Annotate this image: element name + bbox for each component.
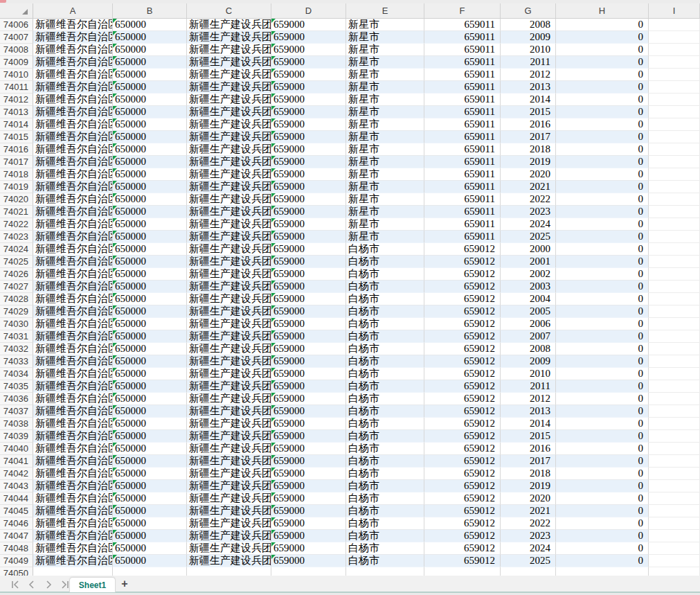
cell-B74032[interactable]: 650000 <box>113 343 187 355</box>
cell-I74008[interactable] <box>649 44 700 56</box>
cell-B74013[interactable]: 650000 <box>113 106 187 118</box>
cell-G74007[interactable]: 2009 <box>501 31 556 44</box>
cell-B74033[interactable]: 650000 <box>113 355 187 368</box>
cell-E74028[interactable]: 白杨市 <box>346 293 424 305</box>
cell-B74015[interactable]: 650000 <box>113 131 187 143</box>
cell-I74037[interactable] <box>649 405 700 418</box>
cell-C74021[interactable]: 新疆生产建设兵团 <box>187 206 271 218</box>
cell-H74041[interactable]: 0 <box>556 455 649 468</box>
cell-D74030[interactable]: 659000 <box>271 318 346 330</box>
cell-H74044[interactable]: 0 <box>556 492 649 505</box>
cell-A74010[interactable]: 新疆维吾尔自治区 <box>33 69 113 81</box>
cell-D74012[interactable]: 659000 <box>271 94 346 106</box>
cell-B74021[interactable]: 650000 <box>113 206 187 218</box>
cell-D74039[interactable]: 659000 <box>271 430 346 443</box>
cell-E74007[interactable]: 新星市 <box>346 31 424 44</box>
cell-D74034[interactable]: 659000 <box>271 368 346 380</box>
column-header-A[interactable]: A <box>33 3 113 18</box>
cell-F74013[interactable]: 659011 <box>424 106 501 118</box>
cell-D74049[interactable]: 659000 <box>271 555 346 567</box>
cell-A74009[interactable]: 新疆维吾尔自治区 <box>33 56 113 69</box>
cell-H74038[interactable]: 0 <box>556 418 649 430</box>
cell-I74045[interactable] <box>649 505 700 517</box>
cell-C74015[interactable]: 新疆生产建设兵团 <box>187 131 271 143</box>
cell-E74023[interactable]: 新星市 <box>346 231 424 243</box>
cell-D74018[interactable]: 659000 <box>271 168 346 181</box>
cell-C74033[interactable]: 新疆生产建设兵团 <box>187 355 271 368</box>
cell-F74006[interactable]: 659011 <box>424 19 501 31</box>
cell-D74041[interactable]: 659000 <box>271 455 346 468</box>
cell-A74027[interactable]: 新疆维吾尔自治区 <box>33 281 113 293</box>
row-header-74023[interactable]: 74023 <box>0 231 33 243</box>
cell-G74023[interactable]: 2025 <box>501 231 556 243</box>
cell-C74027[interactable]: 新疆生产建设兵团 <box>187 281 271 293</box>
cell-G74018[interactable]: 2020 <box>501 168 556 181</box>
cell-A74033[interactable]: 新疆维吾尔自治区 <box>33 355 113 368</box>
cell-B74023[interactable]: 650000 <box>113 231 187 243</box>
cell-I74023[interactable] <box>649 231 700 243</box>
cell-B74010[interactable]: 650000 <box>113 69 187 81</box>
cell-G74037[interactable]: 2013 <box>501 405 556 418</box>
row-header-74012[interactable]: 74012 <box>0 94 33 106</box>
cell-A74049[interactable]: 新疆维吾尔自治区 <box>33 555 113 567</box>
cell-E74020[interactable]: 新星市 <box>346 193 424 206</box>
cell-I74017[interactable] <box>649 156 700 168</box>
cell-I74031[interactable] <box>649 330 700 343</box>
cell-B74022[interactable]: 650000 <box>113 218 187 231</box>
row-header-74014[interactable]: 74014 <box>0 118 33 131</box>
cell-E74029[interactable]: 白杨市 <box>346 305 424 318</box>
cell-D74025[interactable]: 659000 <box>271 256 346 268</box>
row-header-74011[interactable]: 74011 <box>0 81 33 94</box>
cell-B74031[interactable]: 650000 <box>113 330 187 343</box>
cell-G74014[interactable]: 2016 <box>501 118 556 131</box>
cell-I74007[interactable] <box>649 31 700 44</box>
cell-H74031[interactable]: 0 <box>556 330 649 343</box>
cell-A74032[interactable]: 新疆维吾尔自治区 <box>33 343 113 355</box>
cell-F74049[interactable]: 659012 <box>424 555 501 567</box>
cell-C74039[interactable]: 新疆生产建设兵团 <box>187 430 271 443</box>
cell-F74046[interactable]: 659012 <box>424 517 501 530</box>
cell-E74017[interactable]: 新星市 <box>346 156 424 168</box>
cell-F74033[interactable]: 659012 <box>424 355 501 368</box>
cell-D74024[interactable]: 659000 <box>271 243 346 256</box>
cell-D74036[interactable]: 659000 <box>271 393 346 405</box>
cell-C74038[interactable]: 新疆生产建设兵团 <box>187 418 271 430</box>
cell-E74033[interactable]: 白杨市 <box>346 355 424 368</box>
cell-F74025[interactable]: 659012 <box>424 256 501 268</box>
cell-H74010[interactable]: 0 <box>556 69 649 81</box>
cell-I74041[interactable] <box>649 455 700 468</box>
cell-A74047[interactable]: 新疆维吾尔自治区 <box>33 530 113 542</box>
cell-A74020[interactable]: 新疆维吾尔自治区 <box>33 193 113 206</box>
cell-C74014[interactable]: 新疆生产建设兵团 <box>187 118 271 131</box>
cell-H74037[interactable]: 0 <box>556 405 649 418</box>
cell-A74013[interactable]: 新疆维吾尔自治区 <box>33 106 113 118</box>
cell-C74010[interactable]: 新疆生产建设兵团 <box>187 69 271 81</box>
column-header-C[interactable]: C <box>187 3 271 18</box>
row-header-74047[interactable]: 74047 <box>0 530 33 542</box>
cell-E74042[interactable]: 白杨市 <box>346 468 424 480</box>
cell-I74028[interactable] <box>649 293 700 305</box>
cell-G74020[interactable]: 2022 <box>501 193 556 206</box>
next-sheet-button[interactable] <box>43 579 54 590</box>
cell-F74048[interactable]: 659012 <box>424 542 501 555</box>
cell-D74031[interactable]: 659000 <box>271 330 346 343</box>
row-header-74013[interactable]: 74013 <box>0 106 33 118</box>
cell-D74028[interactable]: 659000 <box>271 293 346 305</box>
cell-E74019[interactable]: 新星市 <box>346 181 424 193</box>
cell-I74024[interactable] <box>649 243 700 256</box>
cell-G74046[interactable]: 2022 <box>501 517 556 530</box>
first-sheet-button[interactable] <box>10 579 21 590</box>
cell-C74023[interactable]: 新疆生产建设兵团 <box>187 231 271 243</box>
cell-E74040[interactable]: 白杨市 <box>346 443 424 455</box>
cell-A74019[interactable]: 新疆维吾尔自治区 <box>33 181 113 193</box>
cell-F74017[interactable]: 659011 <box>424 156 501 168</box>
cell-G74038[interactable]: 2014 <box>501 418 556 430</box>
cell-B74016[interactable]: 650000 <box>113 143 187 156</box>
cell-H74013[interactable]: 0 <box>556 106 649 118</box>
cell-A74007[interactable]: 新疆维吾尔自治区 <box>33 31 113 44</box>
cell-D74027[interactable]: 659000 <box>271 281 346 293</box>
cell-B74028[interactable]: 650000 <box>113 293 187 305</box>
cell-B74038[interactable]: 650000 <box>113 418 187 430</box>
cell-D74007[interactable]: 659000 <box>271 31 346 44</box>
cell-C74046[interactable]: 新疆生产建设兵团 <box>187 517 271 530</box>
